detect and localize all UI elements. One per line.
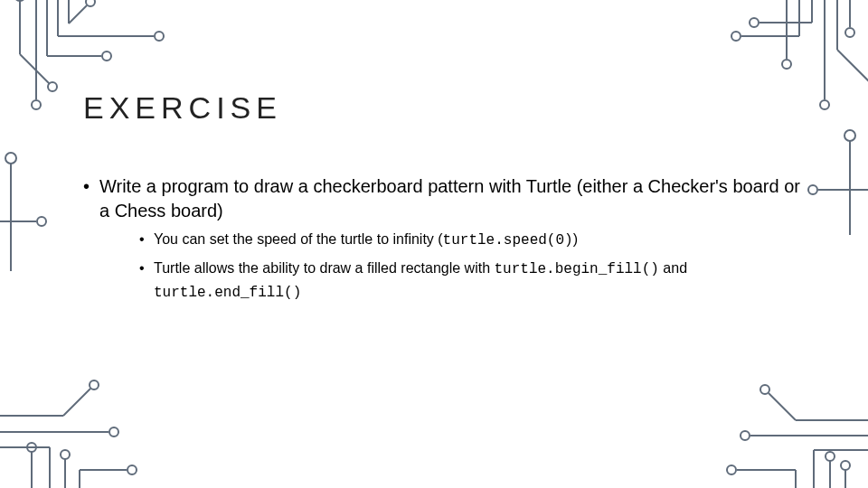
svg-point-59 (826, 452, 835, 461)
slide-content: EXERCISE Write a program to draw a check… (83, 90, 807, 311)
sub-bullet-text: Turtle allows the ability to draw a fill… (154, 260, 494, 276)
sub-bullet-text: ) (573, 231, 578, 247)
sub-bullet-text: and (659, 260, 687, 276)
code-snippet: turtle.end_fill() (154, 285, 301, 301)
svg-point-47 (844, 130, 855, 141)
bullet-text: Write a program to draw a checkerboard p… (99, 176, 800, 221)
svg-point-14 (86, 0, 95, 6)
bullet-list-level1: Write a program to draw a checkerboard p… (83, 174, 807, 304)
code-snippet: turtle.begin_fill() (494, 261, 658, 277)
sub-bullet-item: Turtle allows the ability to draw a fill… (139, 258, 807, 305)
svg-point-27 (27, 443, 36, 452)
svg-point-5 (32, 100, 41, 109)
sub-bullet-item: You can set the speed of the turtle to i… (139, 229, 807, 252)
svg-point-3 (48, 82, 57, 91)
slide: EXERCISE Write a program to draw a check… (0, 0, 868, 488)
svg-line-44 (837, 50, 868, 85)
slide-title: EXERCISE (83, 90, 807, 126)
svg-point-42 (820, 100, 829, 109)
svg-point-21 (90, 380, 99, 389)
svg-point-0 (14, 0, 25, 1)
svg-point-50 (808, 185, 817, 194)
bullet-list-level2: You can set the speed of the turtle to i… (139, 229, 807, 304)
sub-bullet-text: You can set the speed of the turtle to i… (154, 231, 443, 247)
svg-point-53 (760, 385, 769, 394)
code-snippet: turtle.speed(0) (443, 232, 573, 249)
svg-point-34 (782, 60, 791, 69)
svg-point-29 (61, 450, 70, 459)
svg-point-15 (5, 153, 16, 164)
svg-point-23 (109, 427, 118, 436)
svg-point-11 (155, 32, 164, 41)
svg-point-46 (845, 28, 854, 37)
svg-point-62 (727, 465, 736, 474)
svg-line-52 (769, 393, 796, 420)
svg-point-64 (841, 461, 850, 470)
svg-line-2 (20, 54, 50, 84)
svg-point-37 (731, 32, 741, 41)
svg-point-8 (102, 52, 111, 61)
svg-line-13 (69, 5, 87, 23)
svg-line-20 (63, 389, 90, 416)
bullet-item: Write a program to draw a checkerboard p… (83, 174, 807, 304)
svg-point-55 (741, 431, 750, 440)
svg-point-40 (750, 18, 759, 27)
svg-point-18 (37, 217, 46, 226)
svg-point-32 (127, 465, 137, 474)
